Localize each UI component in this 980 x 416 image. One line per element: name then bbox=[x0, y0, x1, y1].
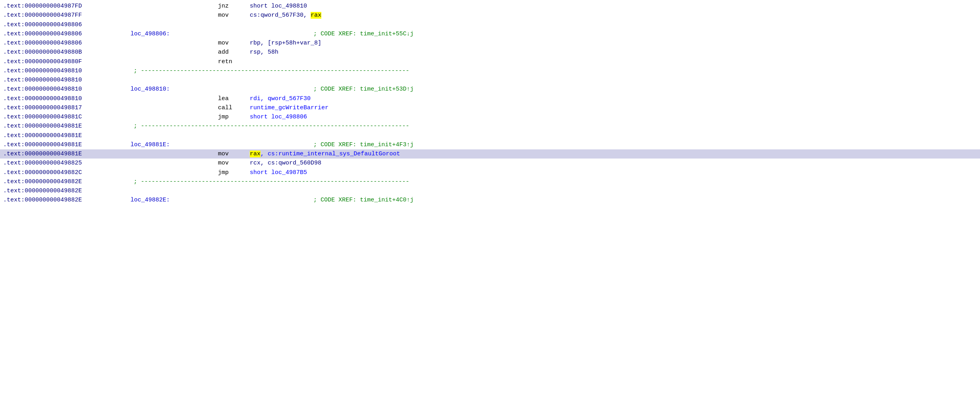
code-line: .text:000000000049881Emovrax, cs:runtime… bbox=[0, 149, 980, 159]
label: loc_498806: bbox=[130, 29, 202, 39]
mnemonic: mov bbox=[202, 11, 250, 20]
mnemonic: add bbox=[202, 48, 250, 57]
address: .text:000000000049880F bbox=[3, 57, 130, 66]
separator-line: ; --------------------------------------… bbox=[130, 66, 409, 75]
mnemonic: mov bbox=[202, 149, 250, 159]
code-line: .text:000000000049880Baddrsp, 58h bbox=[0, 48, 980, 57]
address: .text:000000000049882E bbox=[3, 177, 130, 186]
address: .text:000000000049882C bbox=[3, 168, 130, 177]
code-line: .text:000000000049882Cjmpshort loc_4987B… bbox=[0, 168, 980, 177]
code-line: .text:00000000004987FDjnzshort loc_49881… bbox=[0, 2, 980, 11]
label: loc_498810: bbox=[130, 85, 202, 94]
code-line: .text:0000000000498810 bbox=[0, 75, 980, 85]
mnemonic: lea bbox=[202, 94, 250, 103]
label: loc_49881E: bbox=[130, 140, 202, 149]
address: .text:0000000000498806 bbox=[3, 20, 130, 29]
address: .text:000000000049881E bbox=[3, 140, 130, 149]
operands: rsp, 58h bbox=[250, 48, 278, 57]
mnemonic: jmp bbox=[202, 112, 250, 122]
code-line: .text:000000000049881Cjmpshort loc_49880… bbox=[0, 112, 980, 122]
code-line: .text:000000000049880Fretn bbox=[0, 57, 980, 66]
code-line: .text:0000000000498825movrcx, cs:qword_5… bbox=[0, 159, 980, 168]
address: .text:0000000000498817 bbox=[3, 103, 130, 112]
mnemonic: retn bbox=[202, 57, 250, 66]
operands: runtime_gcWriteBarrier bbox=[250, 103, 329, 112]
address: .text:000000000049882E bbox=[3, 186, 130, 195]
address: .text:000000000049881E bbox=[3, 122, 130, 131]
address: .text:000000000049881E bbox=[3, 131, 130, 140]
code-line: .text:000000000049882E; ----------------… bbox=[0, 177, 980, 186]
comment: ; CODE XREF: time_init+4C0↑j bbox=[202, 195, 414, 205]
mnemonic: mov bbox=[202, 39, 250, 48]
code-line: .text:0000000000498806 bbox=[0, 20, 980, 29]
code-line: .text:000000000049882E bbox=[0, 186, 980, 195]
operands: rdi, qword_567F30 bbox=[250, 94, 311, 103]
address: .text:0000000000498810 bbox=[3, 94, 130, 103]
code-line: .text:000000000049881E bbox=[0, 131, 980, 140]
comment: ; CODE XREF: time_init+53D↑j bbox=[202, 85, 414, 94]
code-line: .text:0000000000498810leardi, qword_567F… bbox=[0, 94, 980, 103]
disassembly-view: .text:00000000004987FDjnzshort loc_49881… bbox=[0, 0, 980, 207]
separator-line: ; --------------------------------------… bbox=[130, 122, 409, 131]
address: .text:000000000049881C bbox=[3, 112, 130, 122]
address: .text:0000000000498806 bbox=[3, 39, 130, 48]
address: .text:000000000049880B bbox=[3, 48, 130, 57]
address: .text:0000000000498810 bbox=[3, 66, 130, 75]
separator-line: ; --------------------------------------… bbox=[130, 177, 409, 186]
address: .text:00000000004987FD bbox=[3, 2, 130, 11]
address: .text:0000000000498810 bbox=[3, 75, 130, 85]
code-line: .text:0000000000498817callruntime_gcWrit… bbox=[0, 103, 980, 112]
mnemonic: call bbox=[202, 103, 250, 112]
address: .text:0000000000498806 bbox=[3, 29, 130, 39]
code-line: .text:0000000000498810loc_498810:; CODE … bbox=[0, 85, 980, 94]
comment: ; CODE XREF: time_init+55C↓j bbox=[202, 29, 414, 39]
address: .text:000000000049881E bbox=[3, 149, 130, 159]
address: .text:0000000000498810 bbox=[3, 85, 130, 94]
code-line: .text:0000000000498806movrbp, [rsp+58h+v… bbox=[0, 39, 980, 48]
operands: rax, cs:runtime_internal_sys_DefaultGoro… bbox=[250, 149, 400, 159]
mnemonic: mov bbox=[202, 159, 250, 168]
address: .text:0000000000498825 bbox=[3, 159, 130, 168]
operands: short loc_498806 bbox=[250, 112, 307, 122]
label: loc_49882E: bbox=[130, 195, 202, 205]
code-line: .text:000000000049882Eloc_49882E:; CODE … bbox=[0, 195, 980, 205]
code-line: .text:000000000049881Eloc_49881E:; CODE … bbox=[0, 140, 980, 149]
mnemonic: jmp bbox=[202, 168, 250, 177]
code-line: .text:000000000049881E; ----------------… bbox=[0, 122, 980, 131]
code-line: .text:0000000000498806loc_498806:; CODE … bbox=[0, 29, 980, 39]
operands: short loc_498810 bbox=[250, 2, 307, 11]
operands: cs:qword_567F30, rax bbox=[250, 11, 321, 20]
address: .text:00000000004987FF bbox=[3, 11, 130, 20]
code-line: .text:0000000000498810; ----------------… bbox=[0, 66, 980, 75]
operands: rbp, [rsp+58h+var_8] bbox=[250, 39, 321, 48]
mnemonic: jnz bbox=[202, 2, 250, 11]
code-line: .text:00000000004987FFmovcs:qword_567F30… bbox=[0, 11, 980, 20]
address: .text:000000000049882E bbox=[3, 195, 130, 205]
comment: ; CODE XREF: time_init+4F3↑j bbox=[202, 140, 414, 149]
operands: short loc_4987B5 bbox=[250, 168, 307, 177]
operands: rcx, cs:qword_560D98 bbox=[250, 159, 321, 168]
